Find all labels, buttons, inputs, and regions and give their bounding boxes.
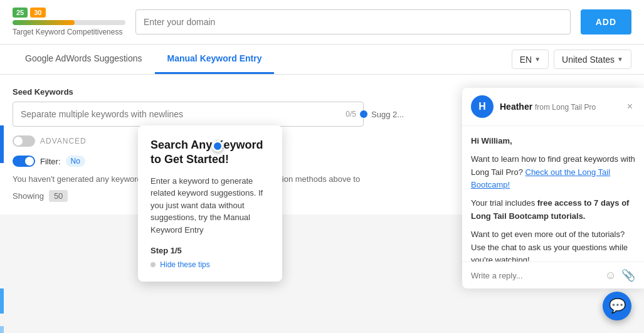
badge-30: 30 (30, 8, 45, 18)
chat-message2: Your trial includes free access to 7 day… (471, 197, 635, 223)
chat-panel: H Heather from Long Tail Pro × Hi Willia… (462, 88, 644, 288)
hide-tips-dot-icon (150, 262, 156, 267)
keyword-input[interactable] (13, 102, 364, 127)
tooltip-body: Enter a keyword to generate related keyw… (150, 175, 270, 236)
tooltip-popup: Search Any Keyword to Get Started! Enter… (138, 125, 282, 282)
tabs-row: Google AdWords Suggestions Manual Keywor… (0, 45, 644, 75)
tooltip-step: Step 1/5 (150, 246, 182, 255)
top-bar: 25 30 Target Keyword Competitiveness ADD (0, 0, 644, 45)
lang-label: EN (520, 55, 532, 65)
keyword-count: 0/5 (346, 110, 356, 119)
chat-agent-name: Heather from Long Tail Pro (500, 102, 625, 112)
filter-toggle[interactable] (13, 156, 35, 167)
sugg-count: Sugg 2... (371, 110, 404, 119)
left-bars (0, 125, 4, 333)
comp-label: Target Keyword Competitiveness (13, 28, 125, 36)
tab-adwords[interactable]: Google AdWords Suggestions (13, 45, 155, 74)
chat-header: H Heather from Long Tail Pro × (462, 88, 644, 126)
chat-bubble-icon: 💬 (609, 298, 626, 314)
chat-message3: Want to get even more out of the tutoria… (471, 228, 635, 262)
domain-input[interactable] (135, 9, 571, 34)
emoji-icon[interactable]: ☺ (605, 269, 616, 282)
hide-tips-button[interactable]: Hide these tips (150, 260, 270, 269)
filter-tag: No (66, 156, 85, 167)
chat-greeting: Hi William, (471, 135, 635, 148)
badge-25: 25 (13, 8, 28, 18)
floating-chat-button[interactable]: 💬 (603, 292, 631, 320)
left-bar-2 (0, 288, 4, 314)
comp-bar (13, 20, 125, 25)
chat-agent-info: Heather from Long Tail Pro (500, 102, 625, 112)
comp-bar-fill (13, 20, 75, 25)
cursor-indicator (212, 140, 223, 152)
tab-manual[interactable]: Manual Keyword Entry (155, 45, 275, 74)
filter-label: Filter: (40, 157, 61, 166)
filter-toggle-knob (25, 157, 34, 166)
toggle-knob (14, 137, 23, 145)
advanced-toggle[interactable] (13, 135, 35, 147)
chat-close-button[interactable]: × (625, 98, 635, 115)
tooltip-title: Search Any Keyword to Get Started! (150, 138, 270, 167)
attach-icon[interactable]: 📎 (621, 268, 635, 282)
advanced-label: ADVANCED (40, 137, 87, 145)
left-bar-3 (0, 326, 4, 333)
lang-dropdown[interactable]: EN ▼ (512, 50, 549, 69)
chat-avatar: H (471, 95, 494, 118)
showing-label: Showing (13, 191, 44, 201)
country-label: United States (562, 55, 615, 65)
showing-count: 50 (49, 190, 68, 202)
comp-badges: 25 30 (13, 8, 125, 18)
chat-reply-input[interactable] (471, 271, 600, 280)
country-dropdown[interactable]: United States ▼ (554, 50, 631, 69)
chat-footer: ☺ 📎 (462, 262, 644, 288)
add-button[interactable]: ADD (581, 9, 631, 34)
competitiveness-section: 25 30 Target Keyword Competitiveness (13, 8, 125, 36)
keyword-dot (360, 110, 367, 118)
country-chevron-icon: ▼ (617, 56, 623, 63)
lang-chevron-icon: ▼ (534, 56, 541, 63)
keyword-input-wrap: 0/5 (13, 102, 364, 127)
left-bar-1 (0, 125, 4, 163)
chat-body: Hi William, Want to learn how to find gr… (462, 126, 644, 262)
chat-message1: Want to learn how to find great keywords… (471, 153, 635, 192)
